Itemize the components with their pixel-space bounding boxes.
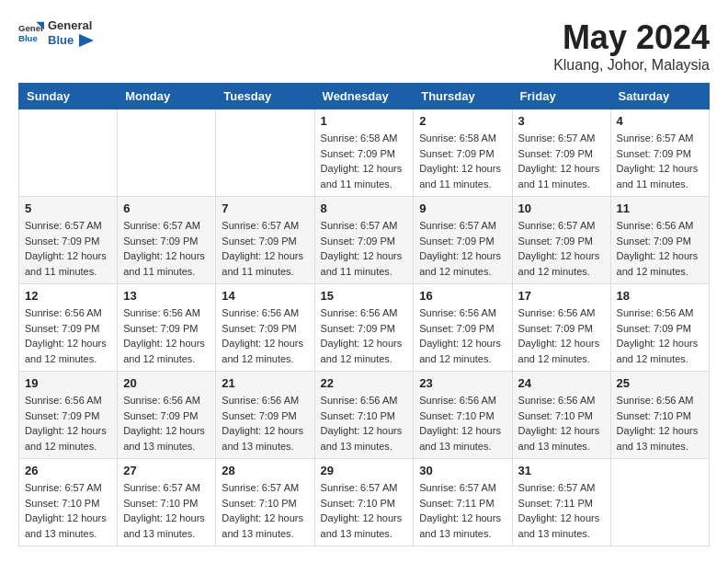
table-row: 15Sunrise: 6:56 AMSunset: 7:09 PMDayligh… — [314, 284, 414, 372]
table-row: 8Sunrise: 6:57 AMSunset: 7:09 PMDaylight… — [314, 197, 414, 284]
day-number: 23 — [419, 376, 506, 390]
day-number: 8 — [321, 201, 408, 215]
header-saturday: Saturday — [610, 84, 709, 109]
day-info: Sunrise: 6:56 AMSunset: 7:10 PMDaylight:… — [518, 393, 605, 454]
day-info: Sunrise: 6:56 AMSunset: 7:10 PMDaylight:… — [617, 393, 703, 454]
day-number: 13 — [123, 289, 210, 303]
svg-text:Blue: Blue — [18, 32, 38, 42]
day-number: 25 — [617, 376, 703, 390]
day-number: 17 — [518, 289, 605, 303]
calendar-week-row: 26Sunrise: 6:57 AMSunset: 7:10 PMDayligh… — [19, 459, 710, 546]
calendar-table: Sunday Monday Tuesday Wednesday Thursday… — [18, 83, 710, 546]
table-row: 29Sunrise: 6:57 AMSunset: 7:10 PMDayligh… — [314, 459, 414, 546]
day-info: Sunrise: 6:56 AMSunset: 7:09 PMDaylight:… — [518, 305, 605, 366]
table-row: 18Sunrise: 6:56 AMSunset: 7:09 PMDayligh… — [610, 284, 709, 372]
day-number: 20 — [123, 376, 210, 390]
table-row: 1Sunrise: 6:58 AMSunset: 7:09 PMDaylight… — [314, 109, 414, 197]
table-row — [610, 459, 709, 546]
day-info: Sunrise: 6:57 AMSunset: 7:09 PMDaylight:… — [123, 218, 210, 279]
table-row: 2Sunrise: 6:58 AMSunset: 7:09 PMDaylight… — [414, 109, 512, 197]
table-row: 14Sunrise: 6:56 AMSunset: 7:09 PMDayligh… — [216, 284, 314, 372]
day-info: Sunrise: 6:56 AMSunset: 7:10 PMDaylight:… — [321, 393, 408, 454]
table-row: 5Sunrise: 6:57 AMSunset: 7:09 PMDaylight… — [19, 197, 118, 284]
logo-arrow-icon — [79, 34, 94, 47]
title-block: May 2024 Kluang, Johor, Malaysia — [553, 18, 710, 74]
day-info: Sunrise: 6:57 AMSunset: 7:09 PMDaylight:… — [617, 131, 703, 191]
day-number: 24 — [518, 376, 605, 390]
calendar-week-row: 5Sunrise: 6:57 AMSunset: 7:09 PMDaylight… — [19, 197, 710, 284]
calendar-week-row: 12Sunrise: 6:56 AMSunset: 7:09 PMDayligh… — [19, 284, 710, 372]
table-row — [19, 109, 118, 197]
table-row: 16Sunrise: 6:56 AMSunset: 7:09 PMDayligh… — [414, 284, 512, 372]
day-number: 9 — [419, 201, 506, 215]
day-number: 12 — [25, 289, 111, 303]
table-row: 22Sunrise: 6:56 AMSunset: 7:10 PMDayligh… — [314, 372, 414, 459]
day-number: 16 — [419, 289, 506, 303]
day-number: 10 — [518, 201, 605, 215]
day-info: Sunrise: 6:57 AMSunset: 7:10 PMDaylight:… — [123, 480, 210, 541]
day-info: Sunrise: 6:56 AMSunset: 7:09 PMDaylight:… — [222, 393, 308, 454]
day-info: Sunrise: 6:56 AMSunset: 7:09 PMDaylight:… — [222, 305, 308, 366]
header-sunday: Sunday — [19, 84, 118, 109]
day-info: Sunrise: 6:58 AMSunset: 7:09 PMDaylight:… — [321, 131, 408, 191]
day-number: 19 — [25, 376, 111, 390]
day-info: Sunrise: 6:57 AMSunset: 7:09 PMDaylight:… — [321, 218, 408, 279]
day-info: Sunrise: 6:57 AMSunset: 7:09 PMDaylight:… — [419, 218, 506, 279]
table-row — [118, 109, 216, 197]
table-row: 20Sunrise: 6:56 AMSunset: 7:09 PMDayligh… — [118, 372, 216, 459]
logo-blue-text: Blue — [48, 33, 74, 47]
day-info: Sunrise: 6:57 AMSunset: 7:09 PMDaylight:… — [25, 218, 111, 279]
weekday-header-row: Sunday Monday Tuesday Wednesday Thursday… — [19, 84, 710, 109]
table-row: 12Sunrise: 6:56 AMSunset: 7:09 PMDayligh… — [19, 284, 118, 372]
table-row: 27Sunrise: 6:57 AMSunset: 7:10 PMDayligh… — [118, 459, 216, 546]
table-row: 21Sunrise: 6:56 AMSunset: 7:09 PMDayligh… — [216, 372, 314, 459]
day-number: 7 — [222, 201, 308, 215]
day-info: Sunrise: 6:57 AMSunset: 7:09 PMDaylight:… — [518, 218, 605, 279]
day-number: 18 — [617, 289, 703, 303]
svg-marker-4 — [79, 34, 94, 47]
table-row: 25Sunrise: 6:56 AMSunset: 7:10 PMDayligh… — [610, 372, 709, 459]
day-info: Sunrise: 6:56 AMSunset: 7:09 PMDaylight:… — [617, 218, 703, 279]
day-info: Sunrise: 6:57 AMSunset: 7:09 PMDaylight:… — [222, 218, 308, 279]
day-number: 5 — [25, 201, 111, 215]
day-info: Sunrise: 6:58 AMSunset: 7:09 PMDaylight:… — [419, 131, 506, 191]
table-row — [216, 109, 314, 197]
day-info: Sunrise: 6:56 AMSunset: 7:09 PMDaylight:… — [25, 393, 111, 454]
day-number: 14 — [222, 289, 308, 303]
header-friday: Friday — [512, 84, 610, 109]
day-info: Sunrise: 6:57 AMSunset: 7:09 PMDaylight:… — [518, 131, 605, 191]
day-number: 26 — [25, 464, 111, 477]
day-number: 4 — [617, 114, 703, 128]
day-info: Sunrise: 6:57 AMSunset: 7:10 PMDaylight:… — [321, 480, 408, 541]
table-row: 6Sunrise: 6:57 AMSunset: 7:09 PMDaylight… — [118, 197, 216, 284]
day-number: 28 — [222, 464, 308, 477]
day-number: 1 — [321, 114, 408, 128]
day-info: Sunrise: 6:56 AMSunset: 7:09 PMDaylight:… — [617, 305, 703, 366]
day-info: Sunrise: 6:56 AMSunset: 7:09 PMDaylight:… — [321, 305, 408, 366]
table-row: 3Sunrise: 6:57 AMSunset: 7:09 PMDaylight… — [512, 109, 610, 197]
logo-icon: General Blue — [18, 20, 44, 46]
table-row: 17Sunrise: 6:56 AMSunset: 7:09 PMDayligh… — [512, 284, 610, 372]
day-number: 29 — [321, 464, 408, 477]
table-row: 23Sunrise: 6:56 AMSunset: 7:10 PMDayligh… — [414, 372, 512, 459]
header-monday: Monday — [118, 84, 216, 109]
header-thursday: Thursday — [414, 84, 512, 109]
day-number: 22 — [321, 376, 408, 390]
day-info: Sunrise: 6:57 AMSunset: 7:11 PMDaylight:… — [419, 480, 506, 541]
calendar-location: Kluang, Johor, Malaysia — [553, 57, 710, 74]
day-number: 30 — [419, 464, 506, 477]
day-number: 3 — [518, 114, 605, 128]
logo: General Blue General Blue — [18, 18, 94, 47]
table-row: 19Sunrise: 6:56 AMSunset: 7:09 PMDayligh… — [19, 372, 118, 459]
table-row: 4Sunrise: 6:57 AMSunset: 7:09 PMDaylight… — [610, 109, 709, 197]
day-info: Sunrise: 6:56 AMSunset: 7:09 PMDaylight:… — [419, 305, 506, 366]
table-row: 31Sunrise: 6:57 AMSunset: 7:11 PMDayligh… — [512, 459, 610, 546]
page-header: General Blue General Blue May 2024 Kluan… — [18, 18, 710, 74]
day-number: 6 — [123, 201, 210, 215]
table-row: 13Sunrise: 6:56 AMSunset: 7:09 PMDayligh… — [118, 284, 216, 372]
table-row: 7Sunrise: 6:57 AMSunset: 7:09 PMDaylight… — [216, 197, 314, 284]
table-row: 24Sunrise: 6:56 AMSunset: 7:10 PMDayligh… — [512, 372, 610, 459]
day-number: 27 — [123, 464, 210, 477]
table-row: 9Sunrise: 6:57 AMSunset: 7:09 PMDaylight… — [414, 197, 512, 284]
table-row: 10Sunrise: 6:57 AMSunset: 7:09 PMDayligh… — [512, 197, 610, 284]
